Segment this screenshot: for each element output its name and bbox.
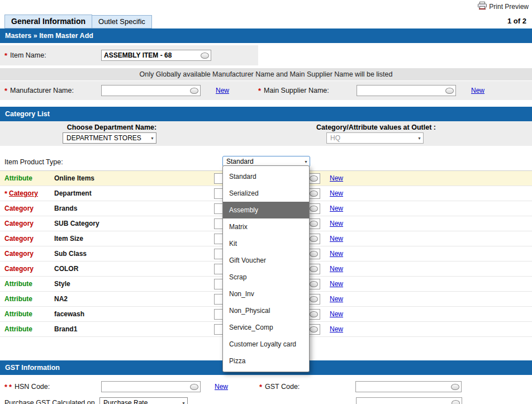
option-service-comp[interactable]: Service_Comp bbox=[223, 319, 309, 336]
row-name-label: COLOR bbox=[54, 265, 214, 273]
outlet-select-value: HQ bbox=[330, 134, 340, 142]
main-supplier-input[interactable] bbox=[357, 85, 456, 96]
option-scrap[interactable]: Scrap bbox=[223, 269, 309, 286]
option-pizza[interactable]: Pizza bbox=[223, 353, 309, 369]
row-new-link[interactable]: New bbox=[330, 220, 343, 227]
row-name-label: NA2 bbox=[54, 295, 214, 303]
lookup-icon[interactable] bbox=[310, 266, 318, 272]
lookup-icon[interactable] bbox=[310, 311, 318, 317]
tabs-row: General Information Outlet Specific 1 of… bbox=[0, 13, 532, 28]
lookup-icon[interactable] bbox=[451, 384, 459, 390]
lookup-icon[interactable] bbox=[310, 221, 318, 227]
chevron-down-icon: ▼ bbox=[150, 136, 154, 140]
row-name-label: Brand1 bbox=[54, 325, 214, 333]
option-assembly[interactable]: Assembly bbox=[223, 202, 309, 218]
manufacturer-supplier-row: * Manufacturer Name: New * Main Supplier… bbox=[0, 81, 532, 100]
print-preview-label: Print Preview bbox=[489, 3, 529, 11]
department-row: Choose Department Name: DEPARTMENT STORE… bbox=[0, 121, 532, 146]
row-type-label: Attribute bbox=[4, 325, 54, 333]
option-serialized[interactable]: Serialized bbox=[223, 185, 309, 202]
row-name-label: Online Items bbox=[54, 174, 214, 182]
item-name-label: Item Name: bbox=[10, 51, 101, 59]
row-type-label: Attribute bbox=[4, 174, 54, 182]
required-asterisk: * bbox=[9, 383, 13, 391]
option-matrix[interactable]: Matrix bbox=[223, 218, 309, 235]
required-asterisk: * bbox=[259, 383, 264, 391]
lookup-icon[interactable] bbox=[452, 400, 460, 404]
row-new-link[interactable]: New bbox=[330, 174, 343, 182]
chevron-down-icon: ▼ bbox=[417, 136, 421, 140]
lookup-icon[interactable] bbox=[201, 53, 209, 59]
row-name-label: facewash bbox=[54, 310, 214, 318]
option-gift-voucher[interactable]: Gift Voucher bbox=[223, 252, 309, 269]
print-preview-button[interactable]: Print Preview bbox=[478, 2, 529, 11]
page-indicator: 1 of 2 bbox=[507, 17, 526, 25]
spacer bbox=[0, 100, 532, 107]
lookup-icon[interactable] bbox=[310, 326, 318, 332]
option-standard[interactable]: Standard bbox=[223, 168, 309, 185]
row-name-label: Sub Class bbox=[54, 250, 214, 258]
manufacturer-input[interactable] bbox=[101, 85, 201, 96]
option-customer-loyalty-card[interactable]: Customer Loyalty card bbox=[223, 336, 309, 353]
item-product-type-value: Standard bbox=[226, 158, 254, 165]
lookup-icon[interactable] bbox=[310, 206, 318, 212]
row-type-label: Attribute bbox=[4, 280, 54, 288]
spacer bbox=[0, 146, 532, 154]
outlet-select[interactable]: HQ ▼ bbox=[326, 132, 424, 144]
lookup-icon[interactable] bbox=[310, 191, 318, 197]
row-name-label: Brands bbox=[54, 205, 214, 212]
item-name-input[interactable]: ASSEMBLY ITEM - 68 bbox=[101, 50, 211, 61]
tab-general-information[interactable]: General Information bbox=[4, 15, 92, 28]
row-type-label: Attribute bbox=[4, 310, 54, 318]
lookup-icon[interactable] bbox=[310, 175, 318, 182]
outlet-values-label: Category/Attribute values at Outlet : bbox=[312, 123, 440, 131]
lookup-icon[interactable] bbox=[310, 251, 318, 257]
row-new-link[interactable]: New bbox=[330, 325, 343, 333]
row-type-label: Attribute bbox=[4, 295, 54, 303]
row-new-link[interactable]: New bbox=[330, 250, 343, 258]
purchase-gst-value: Purchase Rate bbox=[103, 399, 148, 404]
lookup-icon[interactable] bbox=[310, 236, 318, 242]
required-asterisk: * bbox=[258, 87, 263, 95]
required-asterisk: * bbox=[4, 51, 9, 60]
row-new-link[interactable]: New bbox=[330, 295, 343, 303]
lookup-icon[interactable] bbox=[445, 88, 454, 94]
option-kit[interactable]: Kit bbox=[223, 235, 309, 252]
row-name-label: Item Size bbox=[54, 235, 214, 243]
gst-hsn-input[interactable] bbox=[356, 397, 462, 404]
outlet-column: Category/Attribute values at Outlet : HQ… bbox=[266, 121, 440, 146]
lookup-icon[interactable] bbox=[190, 384, 198, 390]
row-new-link[interactable]: New bbox=[330, 235, 343, 243]
manufacturer-label: Manufacturer Name: bbox=[10, 87, 101, 94]
option-non-physical[interactable]: Non_Physical bbox=[223, 302, 309, 319]
manufacturer-new-link[interactable]: New bbox=[216, 87, 229, 94]
hsn-gst-row: * * HSN Code: New * GST Code: bbox=[0, 378, 532, 396]
row-new-link[interactable]: New bbox=[330, 205, 343, 212]
main-supplier-label: Main Supplier Name: bbox=[264, 87, 357, 94]
main-supplier-new-link[interactable]: New bbox=[471, 87, 484, 94]
row-type-label: Category bbox=[4, 220, 54, 227]
purchase-gst-row: Purchase GST Calculated on Purchase Rate… bbox=[0, 396, 532, 404]
hsn-new-link[interactable]: New bbox=[215, 383, 228, 391]
top-bar: Print Preview bbox=[0, 0, 532, 13]
lookup-icon[interactable] bbox=[310, 281, 318, 287]
purchase-gst-label: Purchase GST Calculated on bbox=[4, 399, 98, 404]
row-name-label: SUB Category bbox=[54, 220, 214, 227]
chevron-down-icon: ▼ bbox=[304, 160, 308, 164]
category-list-header: Category List bbox=[0, 107, 532, 121]
department-column: Choose Department Name: DEPARTMENT STORE… bbox=[0, 121, 266, 146]
hsn-code-input[interactable] bbox=[101, 381, 201, 392]
lookup-icon[interactable] bbox=[190, 88, 198, 94]
row-new-link[interactable]: New bbox=[330, 310, 343, 318]
lookup-icon[interactable] bbox=[310, 296, 318, 302]
row-new-link[interactable]: New bbox=[330, 265, 343, 273]
tab-outlet-specific[interactable]: Outlet Specific bbox=[92, 15, 152, 28]
option-non-inv[interactable]: Non_Inv bbox=[223, 286, 309, 302]
gst-code-input[interactable] bbox=[355, 381, 462, 392]
gst-code-label: GST Code: bbox=[265, 383, 355, 391]
purchase-gst-select[interactable]: Purchase Rate ▼ bbox=[99, 397, 188, 404]
hsn-code-label: HSN Code: bbox=[15, 383, 101, 391]
row-new-link[interactable]: New bbox=[330, 189, 343, 197]
department-select[interactable]: DEPARTMENT STORES ▼ bbox=[63, 132, 156, 144]
row-new-link[interactable]: New bbox=[330, 280, 343, 288]
